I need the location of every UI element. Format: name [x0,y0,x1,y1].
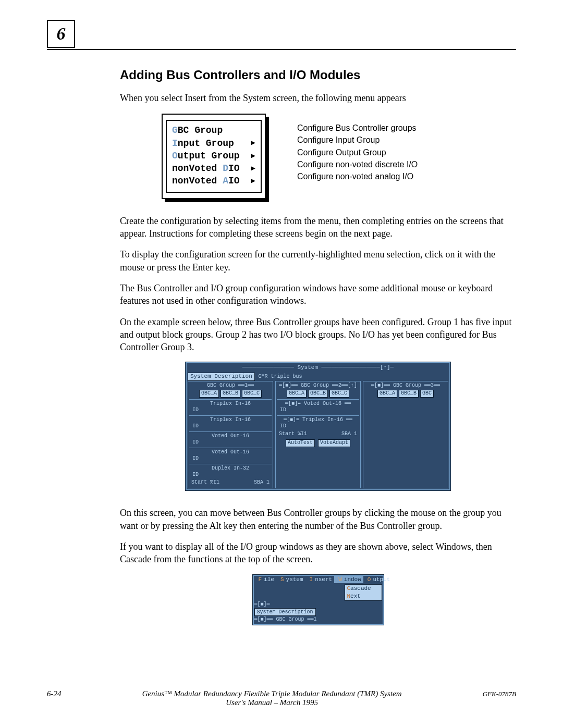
io-block[interactable]: Triplex In-16 [189,399,272,408]
caption-line: Configure non-voted analog I/O [297,170,418,182]
body-paragraph: On the example screen below, three Bus C… [120,316,516,354]
menu-output[interactable]: Output [363,576,393,584]
body-paragraph: To display the configuration screen for … [120,248,516,274]
content-column: Adding Bus Controllers and I/O Modules W… [120,68,516,625]
menu-insert[interactable]: Insert [305,576,335,584]
gbc-tabs: GBC_A GBC_B GBC_C [189,390,272,398]
page-footer: 6-24 Genius™ Modular Redundancy Flexible… [47,689,516,707]
menu-item-output-group[interactable]: Output Group▶ [172,150,255,162]
autotest-button[interactable]: AutoTest [286,439,315,447]
io-block[interactable]: Triplex In-16 [189,415,272,424]
group-buttons: AutoTest VoteAdapt [277,439,359,447]
menu-hotkey: D [223,162,228,175]
gbc-tab[interactable]: GBC_A [199,390,219,398]
menu-hotkey: G [172,124,178,137]
menu-hotkey: O [172,150,178,162]
menu-item-gbc-group[interactable]: GBC Group [172,124,255,137]
menu-system[interactable]: System [276,576,305,584]
gbc-tab[interactable]: GBC_C [329,390,349,398]
system-subtitle: GMR triple bus [258,374,302,379]
gbc-tab[interactable]: GBC_B [399,390,419,398]
id-label: ID [277,423,359,430]
submenu-arrow-icon: ▶ [246,176,255,186]
insert-menu-outer-border: GBC Group Input Group▶ Output Group▶ non… [162,114,266,199]
menu-hotkey: I [172,137,178,150]
system-description-button[interactable]: System Description [254,608,316,616]
caption-line: Configure Input Group [297,134,418,146]
menu-window[interactable]: Window [334,576,363,584]
io-block[interactable]: Voted Out-16 [189,448,272,456]
gbc-groups-row: GBC Group ══1══ GBC_A GBC_B GBC_C Triple… [188,381,448,489]
gbc-tab[interactable]: GBC_A [287,390,307,398]
submenu-arrow-icon: ▶ [246,164,255,174]
id-label: ID [189,439,272,446]
body-paragraph: Create the configuration by selecting it… [120,215,516,240]
footer-title: Genius™ Modular Redundancy Flexible Trip… [62,689,483,707]
chapter-number: 6 [57,24,66,44]
body-paragraph: If you want to display all of the I/O gr… [120,540,516,566]
io-block[interactable]: ═[■]= Voted Out-16 ══ [277,399,359,408]
gbc-tabs: GBC_A GBC_B GBC_C [277,390,359,398]
id-label: ID [189,423,272,430]
gbc-tab[interactable]: GBC_B [308,390,328,398]
id-label: ID [189,472,272,478]
menu-item-nonvoted-aio[interactable]: nonVoted AIO▶ [172,175,255,187]
sba-value: SBA 1 [254,479,270,486]
gbc-group-2-panel[interactable]: ═[■]══ GBC Group ══2══[↑] GBC_A GBC_B GB… [275,381,361,489]
window-below-area: ═[■]═ System Description ═[■]══ GBC Grou… [254,601,382,623]
gbc-group-1-panel[interactable]: GBC Group ══1══ GBC_A GBC_B GBC_C Triple… [188,381,273,489]
menu-label-post: IO [228,162,240,175]
window-dropdown: Cascade Next [345,584,382,601]
menu-item-nonvoted-dio[interactable]: nonVoted DIO▶ [172,162,255,175]
menu-captions: Configure Bus Controller groups Configur… [297,114,418,182]
submenu-arrow-icon: ▶ [246,151,255,161]
gbc-tab[interactable]: GBC [420,390,434,398]
body-paragraph: The Bus Controller and I/O group configu… [120,282,516,307]
sba-value: SBA 1 [341,431,357,438]
io-block[interactable]: ═[■]= Triplex In-16 ══ [277,415,359,424]
body-paragraph: On this screen, you can move between Bus… [120,507,516,532]
menu-label-pre: nonVoted [172,175,223,187]
menu-label-pre: nonVoted [172,162,223,175]
caption-line: Configure non-voted discrete I/O [297,158,418,170]
gbc-group-title: ═[■]══ GBC Group ══3══ [364,382,447,389]
menu-label-post: IO [228,175,240,187]
system-description-button[interactable]: System Description [188,373,255,381]
dropdown-item-next[interactable]: Next [345,593,382,600]
menu-label: utput Group [178,150,240,162]
id-label: ID [277,407,359,414]
gbc-tabs: GBC_A GBC_B GBC [364,390,447,398]
start-address: Start %I1 [279,431,307,438]
caption-line: Configure Output Group [297,146,418,158]
chapter-number-box: 6 [47,20,75,48]
intro-paragraph: When you select Insert from the System s… [120,92,516,104]
io-block[interactable]: Voted Out-16 [189,431,272,440]
menubar: File System Insert Window Output [254,576,382,584]
system-window-title: ─────────────── System ─────────────────… [188,364,448,372]
caption-line: Configure Bus Controller groups [297,122,418,134]
menu-file[interactable]: File [254,576,276,584]
group-footer: Start %I1 SBA 1 [277,430,359,438]
gbc-group-label: ═[■]══ GBC Group ══1 [254,616,317,622]
start-address: Start %I1 [191,479,219,486]
submenu-arrow-icon: ▶ [246,138,255,148]
voteadapt-button[interactable]: VoteAdapt [318,439,350,447]
menu-item-input-group[interactable]: Input Group▶ [172,137,255,150]
gbc-tab[interactable]: GBC_B [221,390,240,398]
top-horizontal-rule [47,49,516,50]
insert-menu-figure: GBC Group Input Group▶ Output Group▶ non… [162,114,516,199]
gbc-group-title: GBC Group ══1══ [189,382,272,389]
io-block[interactable]: Duplex In-32 [189,464,272,472]
dropdown-item-cascade[interactable]: Cascade [345,585,382,593]
gbc-group-title: ═[■]══ GBC Group ══2══[↑] [277,382,359,389]
menu-label: BC Group [178,124,223,137]
gbc-tab[interactable]: GBC_C [242,390,262,398]
gbc-tab[interactable]: GBC_A [377,390,397,398]
menu-hotkey: A [223,175,228,187]
group-footer: Start %I1 SBA 1 [189,478,272,486]
gbc-group-3-panel[interactable]: ═[■]══ GBC Group ══3══ GBC_A GBC_B GBC [363,381,448,489]
menu-label: nput Group [178,137,234,150]
system-description-bar: System Description GMR triple bus [188,373,448,381]
insert-menu-panel: GBC Group Input Group▶ Output Group▶ non… [166,120,262,192]
id-label: ID [189,455,272,462]
